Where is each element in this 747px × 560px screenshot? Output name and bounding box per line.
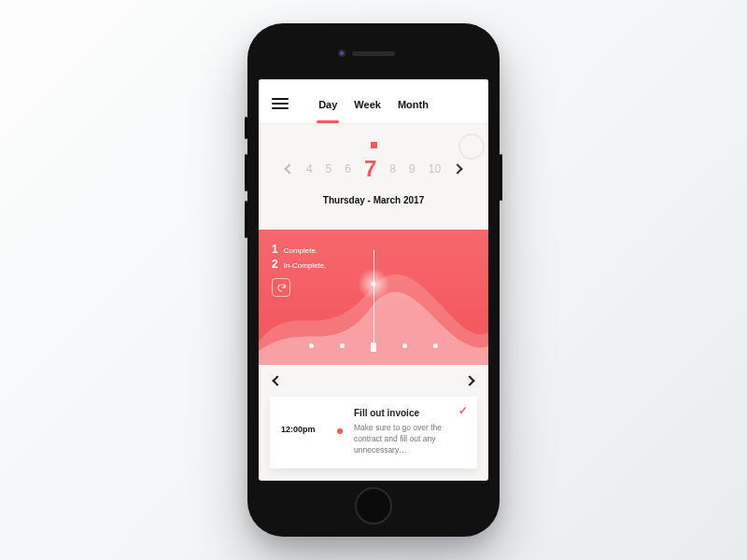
day-cell[interactable]: 8 [389, 162, 396, 175]
prev-day-button[interactable] [284, 163, 294, 174]
prev-task-button[interactable] [272, 375, 282, 385]
view-tabs: Day Week Month [318, 99, 429, 123]
tab-week[interactable]: Week [354, 99, 381, 114]
timeline-dots [259, 343, 488, 348]
activity-panel: 1 Complete. 2 In-Complete. [259, 230, 488, 365]
task-description: Make sure to go over the contract and fi… [354, 422, 466, 455]
task-title: Fill out invoice [354, 408, 466, 418]
phone-camera [338, 49, 345, 57]
app-header: Day Week Month [259, 79, 488, 123]
today-marker-icon [371, 142, 377, 148]
next-day-button[interactable] [452, 163, 462, 174]
timeline-dot[interactable] [433, 343, 438, 348]
day-cell[interactable]: 4 [306, 162, 313, 175]
decorative-circle [458, 133, 485, 160]
task-body: Fill out invoice Make sure to go over th… [354, 408, 466, 455]
timeline-dot[interactable] [340, 343, 345, 348]
tab-month[interactable]: Month [398, 99, 429, 114]
task-card[interactable]: ✓ 12:00pm Fill out invoice Make sure to … [270, 397, 477, 469]
date-caption: Thursday - March 2017 [272, 195, 475, 205]
day-cell[interactable]: 6 [345, 162, 351, 175]
task-bullet-icon [337, 428, 343, 434]
check-icon[interactable]: ✓ [458, 404, 468, 417]
timeline-dot[interactable] [371, 343, 375, 348]
days-row: 4 5 6 7 8 9 10 [272, 156, 475, 182]
phone-frame: Day Week Month 4 5 6 7 8 9 10 Thursday -… [247, 23, 500, 537]
timeline-dot[interactable] [402, 343, 407, 348]
day-cell[interactable]: 10 [429, 162, 441, 175]
day-cell-selected[interactable]: 7 [364, 156, 376, 182]
next-task-button[interactable] [464, 375, 474, 385]
phone-side-button [500, 154, 502, 201]
task-time: 12:00pm [281, 408, 326, 455]
day-cell[interactable]: 5 [326, 162, 332, 175]
phone-side-button [245, 201, 247, 238]
timeline-glow-icon [355, 265, 392, 302]
phone-home-button[interactable] [355, 487, 392, 525]
phone-side-button [245, 154, 247, 191]
date-strip: 4 5 6 7 8 9 10 Thursday - March 2017 [259, 123, 488, 215]
task-nav [259, 365, 488, 397]
task-area: ✓ 12:00pm Fill out invoice Make sure to … [259, 365, 488, 478]
day-cell[interactable]: 9 [409, 162, 416, 175]
phone-side-button [245, 117, 247, 139]
tab-day[interactable]: Day [318, 99, 337, 114]
app-screen: Day Week Month 4 5 6 7 8 9 10 Thursday -… [259, 79, 488, 481]
menu-icon[interactable] [272, 98, 289, 109]
timeline-dot[interactable] [309, 343, 314, 348]
